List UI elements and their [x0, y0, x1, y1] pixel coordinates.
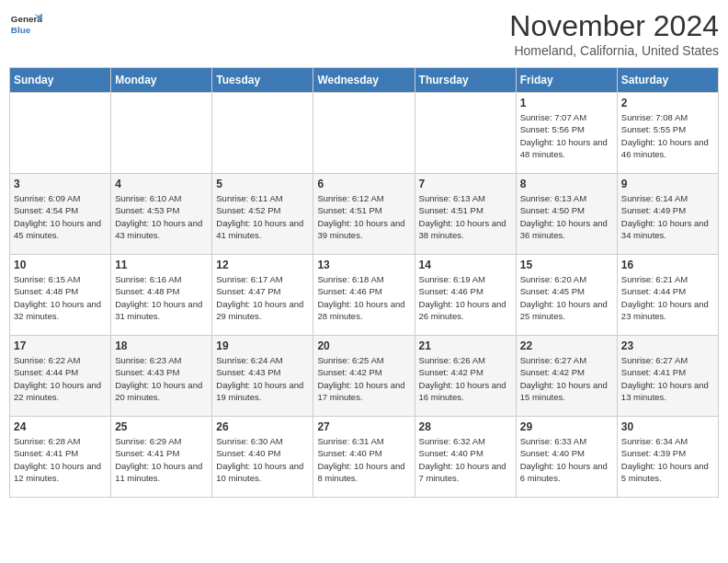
calendar-cell: 6Sunrise: 6:12 AM Sunset: 4:51 PM Daylig… — [313, 174, 415, 255]
day-info: Sunrise: 6:15 AM Sunset: 4:48 PM Dayligh… — [14, 273, 107, 322]
day-number: 15 — [520, 259, 613, 271]
day-number: 3 — [14, 178, 107, 190]
calendar-cell: 17Sunrise: 6:22 AM Sunset: 4:44 PM Dayli… — [10, 336, 111, 417]
calendar-cell: 28Sunrise: 6:32 AM Sunset: 4:40 PM Dayli… — [415, 417, 516, 498]
day-number: 10 — [14, 259, 107, 271]
day-info: Sunrise: 6:26 AM Sunset: 4:42 PM Dayligh… — [419, 354, 512, 403]
day-info: Sunrise: 6:33 AM Sunset: 4:40 PM Dayligh… — [520, 435, 613, 484]
day-number: 6 — [317, 178, 410, 190]
calendar-cell: 9Sunrise: 6:14 AM Sunset: 4:49 PM Daylig… — [617, 174, 718, 255]
day-info: Sunrise: 6:34 AM Sunset: 4:39 PM Dayligh… — [621, 435, 714, 484]
calendar-cell — [212, 93, 313, 174]
logo: General Blue — [9, 9, 42, 42]
calendar-cell: 20Sunrise: 6:25 AM Sunset: 4:42 PM Dayli… — [313, 336, 415, 417]
day-info: Sunrise: 6:12 AM Sunset: 4:51 PM Dayligh… — [317, 192, 410, 241]
calendar-cell: 26Sunrise: 6:30 AM Sunset: 4:40 PM Dayli… — [212, 417, 313, 498]
svg-text:Blue: Blue — [11, 25, 31, 35]
day-number: 17 — [14, 339, 107, 352]
day-info: Sunrise: 6:20 AM Sunset: 4:45 PM Dayligh… — [520, 273, 613, 322]
day-number: 14 — [419, 259, 512, 271]
day-number: 24 — [14, 420, 107, 433]
calendar-week-3: 10Sunrise: 6:15 AM Sunset: 4:48 PM Dayli… — [10, 255, 719, 336]
calendar-cell: 11Sunrise: 6:16 AM Sunset: 4:48 PM Dayli… — [111, 255, 212, 336]
calendar-cell: 13Sunrise: 6:18 AM Sunset: 4:46 PM Dayli… — [313, 255, 415, 336]
calendar-cell: 25Sunrise: 6:29 AM Sunset: 4:41 PM Dayli… — [111, 417, 212, 498]
calendar-cell: 15Sunrise: 6:20 AM Sunset: 4:45 PM Dayli… — [516, 255, 617, 336]
day-info: Sunrise: 6:23 AM Sunset: 4:43 PM Dayligh… — [115, 354, 208, 403]
day-number: 9 — [621, 178, 714, 190]
calendar-cell: 7Sunrise: 6:13 AM Sunset: 4:51 PM Daylig… — [415, 174, 516, 255]
day-info: Sunrise: 6:13 AM Sunset: 4:51 PM Dayligh… — [419, 192, 512, 241]
day-info: Sunrise: 6:30 AM Sunset: 4:40 PM Dayligh… — [216, 435, 309, 484]
calendar-cell: 10Sunrise: 6:15 AM Sunset: 4:48 PM Dayli… — [10, 255, 111, 336]
day-info: Sunrise: 6:16 AM Sunset: 4:48 PM Dayligh… — [115, 273, 208, 322]
day-info: Sunrise: 6:32 AM Sunset: 4:40 PM Dayligh… — [419, 435, 512, 484]
day-number: 11 — [115, 259, 208, 271]
calendar-cell: 5Sunrise: 6:11 AM Sunset: 4:52 PM Daylig… — [212, 174, 313, 255]
day-info: Sunrise: 6:13 AM Sunset: 4:50 PM Dayligh… — [520, 192, 613, 241]
day-number: 18 — [115, 339, 208, 352]
calendar-cell: 16Sunrise: 6:21 AM Sunset: 4:44 PM Dayli… — [617, 255, 718, 336]
day-header-wednesday: Wednesday — [313, 68, 415, 93]
calendar-cell: 18Sunrise: 6:23 AM Sunset: 4:43 PM Dayli… — [111, 336, 212, 417]
day-header-monday: Monday — [111, 68, 212, 93]
day-header-tuesday: Tuesday — [212, 68, 313, 93]
day-number: 19 — [216, 339, 309, 352]
calendar-cell: 3Sunrise: 6:09 AM Sunset: 4:54 PM Daylig… — [10, 174, 111, 255]
calendar-cell: 8Sunrise: 6:13 AM Sunset: 4:50 PM Daylig… — [516, 174, 617, 255]
day-number: 25 — [115, 420, 208, 433]
day-number: 5 — [216, 178, 309, 190]
calendar-week-4: 17Sunrise: 6:22 AM Sunset: 4:44 PM Dayli… — [10, 336, 719, 417]
day-number: 21 — [419, 339, 512, 352]
calendar-cell: 4Sunrise: 6:10 AM Sunset: 4:53 PM Daylig… — [111, 174, 212, 255]
day-header-thursday: Thursday — [415, 68, 516, 93]
calendar-week-2: 3Sunrise: 6:09 AM Sunset: 4:54 PM Daylig… — [10, 174, 719, 255]
calendar-cell: 27Sunrise: 6:31 AM Sunset: 4:40 PM Dayli… — [313, 417, 415, 498]
calendar-cell: 2Sunrise: 7:08 AM Sunset: 5:55 PM Daylig… — [617, 93, 718, 174]
calendar-cell — [313, 93, 415, 174]
day-header-friday: Friday — [516, 68, 617, 93]
day-info: Sunrise: 6:11 AM Sunset: 4:52 PM Dayligh… — [216, 192, 309, 241]
day-info: Sunrise: 6:27 AM Sunset: 4:42 PM Dayligh… — [520, 354, 613, 403]
day-info: Sunrise: 7:08 AM Sunset: 5:55 PM Dayligh… — [621, 111, 714, 160]
day-number: 16 — [621, 259, 714, 271]
day-number: 4 — [115, 178, 208, 190]
calendar-cell: 19Sunrise: 6:24 AM Sunset: 4:43 PM Dayli… — [212, 336, 313, 417]
day-info: Sunrise: 6:21 AM Sunset: 4:44 PM Dayligh… — [621, 273, 714, 322]
day-info: Sunrise: 6:28 AM Sunset: 4:41 PM Dayligh… — [14, 435, 107, 484]
calendar-table: SundayMondayTuesdayWednesdayThursdayFrid… — [9, 67, 719, 498]
day-number: 1 — [520, 97, 613, 109]
day-info: Sunrise: 6:10 AM Sunset: 4:53 PM Dayligh… — [115, 192, 208, 241]
calendar-cell: 23Sunrise: 6:27 AM Sunset: 4:41 PM Dayli… — [617, 336, 718, 417]
page-header: General Blue November 2024 Homeland, Cal… — [9, 9, 719, 58]
calendar-cell — [415, 93, 516, 174]
calendar-cell — [111, 93, 212, 174]
day-header-saturday: Saturday — [617, 68, 718, 93]
calendar-cell: 22Sunrise: 6:27 AM Sunset: 4:42 PM Dayli… — [516, 336, 617, 417]
day-number: 20 — [317, 339, 410, 352]
month-title: November 2024 — [509, 9, 719, 43]
day-number: 22 — [520, 339, 613, 352]
day-number: 13 — [317, 259, 410, 271]
day-number: 12 — [216, 259, 309, 271]
day-info: Sunrise: 6:19 AM Sunset: 4:46 PM Dayligh… — [419, 273, 512, 322]
location-title: Homeland, California, United States — [509, 43, 719, 58]
day-info: Sunrise: 6:18 AM Sunset: 4:46 PM Dayligh… — [317, 273, 410, 322]
calendar-cell: 14Sunrise: 6:19 AM Sunset: 4:46 PM Dayli… — [415, 255, 516, 336]
calendar-cell: 30Sunrise: 6:34 AM Sunset: 4:39 PM Dayli… — [617, 417, 718, 498]
calendar-week-1: 1Sunrise: 7:07 AM Sunset: 5:56 PM Daylig… — [10, 93, 719, 174]
calendar-cell: 1Sunrise: 7:07 AM Sunset: 5:56 PM Daylig… — [516, 93, 617, 174]
calendar-week-5: 24Sunrise: 6:28 AM Sunset: 4:41 PM Dayli… — [10, 417, 719, 498]
day-number: 7 — [419, 178, 512, 190]
calendar-cell: 21Sunrise: 6:26 AM Sunset: 4:42 PM Dayli… — [415, 336, 516, 417]
day-number: 29 — [520, 420, 613, 433]
day-number: 28 — [419, 420, 512, 433]
calendar-cell: 12Sunrise: 6:17 AM Sunset: 4:47 PM Dayli… — [212, 255, 313, 336]
day-info: Sunrise: 6:31 AM Sunset: 4:40 PM Dayligh… — [317, 435, 410, 484]
day-info: Sunrise: 6:17 AM Sunset: 4:47 PM Dayligh… — [216, 273, 309, 322]
day-info: Sunrise: 6:25 AM Sunset: 4:42 PM Dayligh… — [317, 354, 410, 403]
title-section: November 2024 Homeland, California, Unit… — [509, 9, 719, 58]
day-info: Sunrise: 6:09 AM Sunset: 4:54 PM Dayligh… — [14, 192, 107, 241]
day-info: Sunrise: 6:27 AM Sunset: 4:41 PM Dayligh… — [621, 354, 714, 403]
day-info: Sunrise: 6:22 AM Sunset: 4:44 PM Dayligh… — [14, 354, 107, 403]
